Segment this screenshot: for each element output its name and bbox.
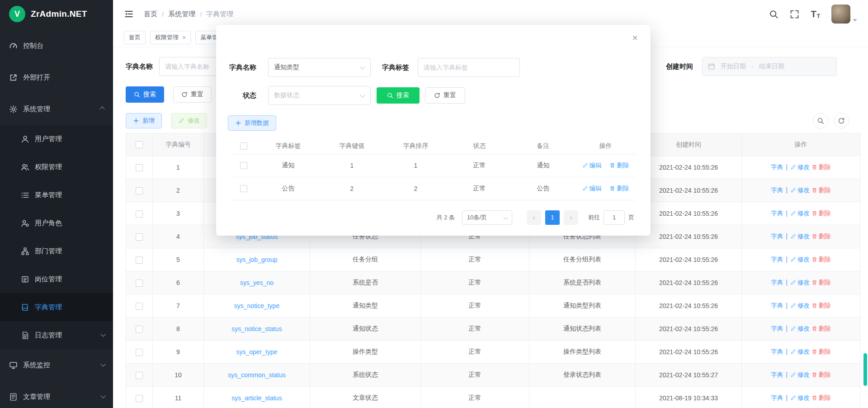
- row-delete-link[interactable]: 删除: [811, 348, 831, 355]
- modal-dict-name-select[interactable]: 通知类型: [268, 58, 371, 77]
- close-icon[interactable]: ×: [182, 34, 186, 41]
- row-delete-link[interactable]: 删除: [811, 233, 831, 240]
- dict-data-link[interactable]: 字典: [771, 210, 783, 217]
- sidebar-item-post-management[interactable]: 岗位管理: [0, 265, 113, 293]
- row-delete-link[interactable]: 删除: [811, 210, 831, 217]
- modal-status-select[interactable]: 数据状态: [268, 86, 371, 105]
- row-checkbox[interactable]: [136, 372, 143, 379]
- row-delete-link[interactable]: 删除: [811, 279, 831, 286]
- page-size-select[interactable]: 10条/页: [462, 210, 512, 225]
- prev-page-button[interactable]: ‹: [527, 210, 541, 225]
- row-checkbox[interactable]: [136, 187, 143, 195]
- goto-page-input[interactable]: [604, 210, 625, 225]
- row-edit-link[interactable]: 修改: [790, 187, 810, 194]
- row-edit-link[interactable]: 修改: [790, 325, 810, 332]
- row-checkbox[interactable]: [136, 349, 143, 356]
- current-page[interactable]: 1: [545, 210, 560, 225]
- select-all-checkbox[interactable]: [240, 142, 247, 150]
- add-data-button[interactable]: 新增数据: [228, 115, 276, 131]
- row-checkbox[interactable]: [136, 326, 143, 333]
- close-icon[interactable]: ×: [632, 33, 638, 43]
- dict-data-link[interactable]: 字典: [771, 371, 783, 378]
- row-checkbox[interactable]: [136, 395, 143, 402]
- sidebar-item-user-role[interactable]: 用户角色: [0, 209, 113, 237]
- avatar[interactable]: [831, 5, 850, 24]
- search-icon[interactable]: [769, 9, 778, 19]
- search-button[interactable]: 搜索: [126, 86, 164, 103]
- dict-type-link[interactable]: sys_notice_status: [204, 318, 310, 341]
- sidebar-item-dict-management[interactable]: 字典管理: [0, 293, 113, 321]
- sidebar-item-menu-management[interactable]: 菜单管理: [0, 181, 113, 209]
- modal-search-button[interactable]: 搜索: [377, 87, 420, 104]
- dict-type-link[interactable]: sys_yes_no: [204, 271, 310, 294]
- dict-type-link[interactable]: sys_job_group: [204, 248, 310, 271]
- row-checkbox[interactable]: [136, 280, 143, 287]
- table-refresh-button[interactable]: [834, 113, 849, 128]
- row-checkbox[interactable]: [136, 256, 143, 264]
- next-page-button[interactable]: ›: [564, 210, 578, 225]
- row-edit-link[interactable]: 修改: [790, 256, 810, 263]
- dict-type-link[interactable]: sys_common_status: [204, 364, 310, 387]
- dict-data-link[interactable]: 字典: [771, 348, 783, 355]
- row-delete-link[interactable]: 删除: [811, 187, 831, 194]
- add-button[interactable]: 新增: [126, 113, 162, 128]
- row-checkbox[interactable]: [240, 162, 247, 169]
- sidebar-item-permission-management[interactable]: 权限管理: [0, 153, 113, 181]
- sidebar-item-article-management[interactable]: 文章管理: [0, 381, 113, 408]
- edit-button[interactable]: 修改: [171, 113, 207, 128]
- font-size-icon[interactable]: TT: [811, 9, 820, 19]
- sidebar-item-user-management[interactable]: 用户管理: [0, 125, 113, 153]
- modal-dict-label-input[interactable]: [418, 58, 520, 77]
- create-time-range-picker[interactable]: 开始日期 - 结束日期: [702, 57, 837, 76]
- dict-type-link[interactable]: sys_oper_type: [204, 341, 310, 364]
- row-edit-link[interactable]: 编辑: [582, 185, 602, 192]
- row-delete-link[interactable]: 删除: [811, 371, 831, 378]
- dict-data-link[interactable]: 字典: [771, 187, 783, 194]
- tab-home[interactable]: 首页: [124, 31, 146, 44]
- breadcrumb-home[interactable]: 首页: [144, 10, 157, 19]
- menu-fold-icon[interactable]: [124, 9, 134, 19]
- dict-data-link[interactable]: 字典: [771, 279, 783, 286]
- row-checkbox[interactable]: [136, 233, 143, 241]
- row-delete-link[interactable]: 删除: [609, 162, 629, 169]
- modal-reset-button[interactable]: 重置: [425, 87, 465, 104]
- row-delete-link[interactable]: 删除: [811, 302, 831, 309]
- row-checkbox[interactable]: [136, 164, 143, 171]
- row-checkbox[interactable]: [136, 210, 143, 218]
- sidebar-item-dashboard[interactable]: 控制台: [0, 30, 113, 62]
- row-checkbox[interactable]: [240, 185, 247, 192]
- table-search-toggle[interactable]: [813, 113, 828, 128]
- select-all-checkbox[interactable]: [136, 141, 143, 148]
- dict-data-link[interactable]: 字典: [771, 164, 783, 171]
- dict-type-link[interactable]: sys_notice_type: [204, 294, 310, 318]
- reset-button[interactable]: 重置: [173, 86, 212, 103]
- dict-data-link[interactable]: 字典: [771, 394, 783, 401]
- row-edit-link[interactable]: 修改: [790, 302, 810, 309]
- row-delete-link[interactable]: 删除: [609, 185, 629, 192]
- user-menu[interactable]: [831, 5, 857, 24]
- sidebar-item-system-monitor[interactable]: 系统监控: [0, 349, 113, 381]
- dict-type-link[interactable]: sys_article_status: [204, 387, 310, 408]
- row-edit-link[interactable]: 编辑: [582, 162, 602, 169]
- dict-data-link[interactable]: 字典: [771, 233, 783, 240]
- sidebar-item-department-management[interactable]: 部门管理: [0, 237, 113, 265]
- sidebar-item-system-management[interactable]: 系统管理: [0, 93, 113, 125]
- dict-data-link[interactable]: 字典: [771, 302, 783, 309]
- row-edit-link[interactable]: 修改: [790, 394, 810, 401]
- dict-data-link[interactable]: 字典: [771, 325, 783, 332]
- scrollbar-thumb[interactable]: [863, 353, 867, 386]
- sidebar-item-external-open[interactable]: 外部打开: [0, 62, 113, 93]
- tab-permission-management[interactable]: 权限管理 ×: [150, 31, 191, 44]
- row-edit-link[interactable]: 修改: [790, 371, 810, 378]
- row-checkbox[interactable]: [136, 303, 143, 310]
- row-edit-link[interactable]: 修改: [790, 348, 810, 355]
- breadcrumb-system-management[interactable]: 系统管理: [168, 10, 195, 19]
- row-edit-link[interactable]: 修改: [790, 164, 810, 171]
- fullscreen-icon[interactable]: [790, 9, 799, 19]
- row-edit-link[interactable]: 修改: [790, 279, 810, 286]
- row-edit-link[interactable]: 修改: [790, 233, 810, 240]
- row-delete-link[interactable]: 删除: [811, 256, 831, 263]
- row-delete-link[interactable]: 删除: [811, 394, 831, 401]
- dict-data-link[interactable]: 字典: [771, 256, 783, 263]
- row-edit-link[interactable]: 修改: [790, 210, 810, 217]
